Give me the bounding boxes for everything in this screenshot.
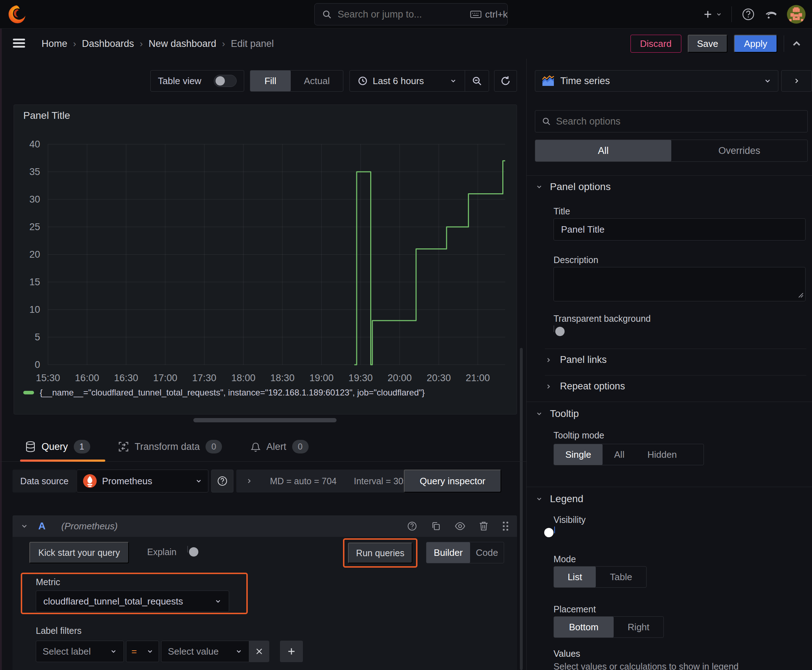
explain-toggle[interactable] <box>187 546 188 553</box>
legend-series-marker[interactable] <box>23 391 34 394</box>
actual-option[interactable]: Actual <box>291 71 343 91</box>
tooltip-single-option[interactable]: Single <box>554 444 603 465</box>
panel-title-input[interactable] <box>561 224 798 235</box>
apply-button[interactable]: Apply <box>734 35 777 52</box>
legend-series-label[interactable]: {__name__="cloudflared_tunnel_total_requ… <box>40 387 425 398</box>
query-help-icon[interactable] <box>407 521 417 531</box>
panel-options-header[interactable]: Panel options <box>536 181 611 193</box>
duplicate-query-icon[interactable] <box>431 521 441 531</box>
time-range-picker[interactable]: Last 6 hours <box>350 76 465 86</box>
tooltip-all-option[interactable]: All <box>603 444 636 465</box>
search-icon <box>542 117 551 126</box>
query-row-header[interactable]: A (Prometheus) <box>12 515 517 537</box>
breadcrumb-new-dashboard[interactable]: New dashboard <box>149 38 216 49</box>
panel-resize-handle[interactable] <box>193 418 337 422</box>
legend-table-option[interactable]: Table <box>596 567 646 587</box>
description-field[interactable] <box>554 267 805 303</box>
code-option[interactable]: Code <box>470 542 504 563</box>
fill-option[interactable]: Fill <box>250 71 291 91</box>
svg-text:16:00: 16:00 <box>75 372 99 383</box>
tab-alert-label: Alert <box>266 441 286 452</box>
search-icon <box>322 9 332 19</box>
svg-text:15: 15 <box>29 277 40 288</box>
legend-placement-segmented: Bottom Right <box>554 616 664 638</box>
all-tab[interactable]: All <box>535 140 671 161</box>
tab-transform-label: Transform data <box>135 441 200 452</box>
placement-bottom-option[interactable]: Bottom <box>554 617 614 638</box>
save-button[interactable]: Save <box>688 35 727 52</box>
metric-select[interactable]: cloudflared_tunnel_total_requests <box>36 590 229 612</box>
user-avatar[interactable] <box>787 5 805 24</box>
repeat-options-header[interactable]: Repeat options <box>545 381 625 392</box>
label-filters-label: Label filters <box>36 626 81 636</box>
panel-links-header[interactable]: Panel links <box>545 354 607 365</box>
vertical-scrollbar[interactable] <box>520 348 523 670</box>
tab-query[interactable]: Query 1 <box>25 431 90 462</box>
tab-alert[interactable]: Alert 0 <box>251 431 309 462</box>
search-input[interactable] <box>337 9 464 20</box>
tooltip-header[interactable]: Tooltip <box>536 408 579 420</box>
time-series-chart[interactable]: 051015202530354015:3016:0016:3017:0017:3… <box>14 105 517 415</box>
svg-text:21:00: 21:00 <box>466 372 490 383</box>
kick-start-button[interactable]: Kick start your query <box>29 542 129 563</box>
overrides-tab[interactable]: Overrides <box>671 140 807 161</box>
global-search[interactable]: ctrl+k <box>314 3 508 25</box>
transparent-background-toggle[interactable] <box>554 325 554 332</box>
svg-text:20:00: 20:00 <box>388 372 412 383</box>
datasource-help-button[interactable] <box>211 470 234 492</box>
run-queries-button[interactable]: Run queries <box>348 543 412 563</box>
discard-button[interactable]: Discard <box>631 35 681 52</box>
table-view-toggle[interactable] <box>214 75 237 87</box>
svg-text:40: 40 <box>29 139 40 150</box>
all-overrides-segmented: All Overrides <box>535 140 808 162</box>
news-icon[interactable] <box>765 8 778 21</box>
select-label-dropdown[interactable]: Select label <box>36 641 124 662</box>
tooltip-mode-segmented: Single All Hidden <box>554 444 704 465</box>
svg-text:0: 0 <box>35 359 40 370</box>
chevron-right-icon <box>793 77 800 85</box>
drag-handle-icon[interactable] <box>502 521 509 531</box>
resize-handle-icon <box>798 292 804 299</box>
datasource-picker[interactable]: Prometheus <box>76 470 209 492</box>
placement-right-option[interactable]: Right <box>614 617 663 638</box>
search-options-input[interactable] <box>556 116 801 127</box>
breadcrumb-dashboards[interactable]: Dashboards <box>82 38 134 49</box>
top-nav-bar: ctrl+k <box>0 0 812 29</box>
delete-query-icon[interactable] <box>479 521 488 531</box>
visualization-picker[interactable]: Time series <box>535 70 778 91</box>
grafana-logo[interactable] <box>7 4 27 26</box>
refresh-button[interactable] <box>494 70 517 91</box>
window-edge <box>0 0 2 670</box>
new-menu-button[interactable] <box>703 9 722 19</box>
legend-list-option[interactable]: List <box>554 567 596 587</box>
svg-text:17:00: 17:00 <box>153 372 178 383</box>
panel-title-field[interactable] <box>554 218 805 240</box>
breadcrumb-bar: Home › Dashboards › New dashboard › Edit… <box>0 29 812 59</box>
breadcrumb-home[interactable]: Home <box>42 38 67 49</box>
remove-filter-button[interactable] <box>249 641 269 662</box>
chevron-down-icon <box>146 648 154 655</box>
collapse-header-icon[interactable] <box>790 37 803 50</box>
section-divider <box>527 175 812 176</box>
collapse-query-icon[interactable] <box>20 522 28 530</box>
collapse-options-button[interactable] <box>781 70 812 91</box>
tab-transform[interactable]: Transform data 0 <box>118 431 222 462</box>
zoom-out-icon[interactable] <box>465 71 489 91</box>
help-icon[interactable] <box>741 7 755 22</box>
select-value-dropdown[interactable]: Select value <box>161 641 249 662</box>
options-expand-icon[interactable] <box>246 477 253 485</box>
builder-option[interactable]: Builder <box>426 542 470 563</box>
add-filter-button[interactable] <box>280 641 303 662</box>
menu-icon[interactable] <box>12 37 26 49</box>
chevron-right-icon <box>545 383 552 390</box>
search-options-box[interactable] <box>535 110 808 132</box>
svg-text:18:30: 18:30 <box>270 372 295 383</box>
description-input[interactable] <box>554 267 805 301</box>
query-inspector-button[interactable]: Query inspector <box>404 470 501 492</box>
hide-query-icon[interactable] <box>455 522 465 530</box>
legend-visibility-toggle[interactable] <box>554 526 555 533</box>
operator-dropdown[interactable]: = <box>126 641 159 662</box>
legend-header[interactable]: Legend <box>536 493 583 505</box>
tooltip-hidden-option[interactable]: Hidden <box>636 444 688 465</box>
timeseries-viz-icon <box>542 75 554 86</box>
